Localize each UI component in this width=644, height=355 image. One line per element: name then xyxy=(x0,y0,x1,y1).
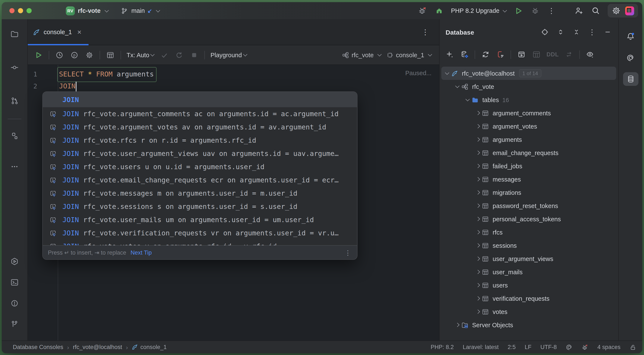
console-settings-gear-icon[interactable] xyxy=(85,50,94,60)
rollback-tx-icon[interactable] xyxy=(174,50,184,60)
tab-options-menu[interactable]: ⋮ xyxy=(421,28,430,36)
no-debug-status-icon[interactable] xyxy=(582,344,588,351)
code-with-me-icon[interactable] xyxy=(574,6,584,15)
notifications-bell-icon[interactable] xyxy=(623,29,638,43)
run-button[interactable] xyxy=(514,6,523,15)
php-version-widget[interactable]: PHP: 8.2 xyxy=(430,344,454,350)
completion-item[interactable]: JOINrfc_vote.email_change_requests ecr o… xyxy=(43,173,357,187)
database-tool-icon[interactable] xyxy=(623,72,638,86)
chevron-right-icon[interactable] xyxy=(474,257,481,260)
commit-tool-icon[interactable] xyxy=(7,61,22,74)
view-options-icon[interactable] xyxy=(585,50,594,59)
compare-icon[interactable] xyxy=(564,50,574,59)
ai-assistant-status-icon[interactable] xyxy=(566,344,572,351)
version-control-tool-icon[interactable] xyxy=(7,94,22,108)
more-tool-windows-icon[interactable] xyxy=(7,160,22,173)
chevron-right-icon[interactable] xyxy=(474,231,481,234)
chevron-down-icon[interactable] xyxy=(444,72,450,75)
breadcrumb[interactable]: console_1 xyxy=(132,344,166,350)
completion-options-menu[interactable]: ⋮ xyxy=(344,249,352,256)
chevron-right-icon[interactable] xyxy=(474,270,481,273)
phpstorm-logo-icon[interactable] xyxy=(625,6,634,15)
zoom-window-button[interactable] xyxy=(26,8,32,13)
breadcrumb[interactable]: Database Consoles xyxy=(13,344,63,350)
completion-item-selected[interactable]: JOIN xyxy=(43,92,357,107)
chevron-right-icon[interactable] xyxy=(474,204,481,207)
completion-item[interactable]: JOINrfc_vote.user_argument_views uav on … xyxy=(43,147,357,160)
minimize-window-button[interactable] xyxy=(18,8,23,13)
completion-item[interactable]: JOINrfc_vote.argument_votes av on argume… xyxy=(43,120,357,134)
collapse-all-icon[interactable] xyxy=(572,27,581,37)
schema-selector[interactable]: rfc_vote xyxy=(342,51,381,58)
project-widget[interactable]: RV rfc-vote xyxy=(66,6,108,15)
ai-assistant-icon[interactable] xyxy=(623,51,638,64)
tree-item-user-argument-views[interactable]: user_argument_views xyxy=(440,252,618,265)
close-tab-icon[interactable]: ✕ xyxy=(77,29,82,35)
close-window-button[interactable] xyxy=(10,8,14,13)
completion-item[interactable]: JOINrfc_vote.votes v on arguments.rfc_id… xyxy=(43,240,357,246)
chevron-right-icon[interactable] xyxy=(474,178,481,181)
tree-item-email-change-requests[interactable]: email_change_requests xyxy=(440,146,618,159)
jump-to-console-icon[interactable] xyxy=(516,50,526,59)
tree-item-arguments[interactable]: arguments xyxy=(440,133,618,146)
encoding-widget[interactable]: UTF-8 xyxy=(540,344,557,350)
session-selector[interactable]: console_1 xyxy=(386,51,432,58)
chevron-right-icon[interactable] xyxy=(474,191,481,194)
panel-options-menu[interactable]: ⋮ xyxy=(588,28,596,36)
debug-button[interactable] xyxy=(530,6,540,15)
locate-icon[interactable] xyxy=(540,27,550,37)
problems-tool-icon[interactable] xyxy=(7,297,22,310)
chevron-right-icon[interactable] xyxy=(474,244,481,247)
chevron-right-icon[interactable] xyxy=(474,111,481,114)
disconnect-icon[interactable] xyxy=(496,50,505,59)
hide-panel-icon[interactable] xyxy=(603,27,612,37)
completion-item[interactable]: JOINrfc_vote.verification_requests vr on… xyxy=(43,226,357,240)
tree-item-password-reset-tokens[interactable]: password_reset_tokens xyxy=(440,199,618,212)
completion-item[interactable]: JOINrfc_vote.sessions s on arguments.use… xyxy=(43,200,357,213)
no-debug-session-icon[interactable] xyxy=(418,6,427,15)
project-tool-icon[interactable] xyxy=(7,27,22,41)
execute-button[interactable] xyxy=(34,50,43,60)
chevron-right-icon[interactable] xyxy=(474,151,481,154)
chevron-right-icon[interactable] xyxy=(474,125,481,128)
tab-console-1[interactable]: console_1 ✕ xyxy=(28,19,88,45)
playground-selector[interactable]: Playground xyxy=(210,51,246,58)
caret-position-widget[interactable]: 2:5 xyxy=(508,344,516,350)
more-actions-menu[interactable]: ⋮ xyxy=(547,7,556,14)
tree-item-users[interactable]: users xyxy=(440,279,618,292)
laravel-version-widget[interactable]: Laravel: latest xyxy=(463,344,498,350)
lock-icon[interactable] xyxy=(630,344,636,351)
tree-item-messages[interactable]: messages xyxy=(440,173,618,186)
tree-item-rfcs[interactable]: rfcs xyxy=(440,226,618,239)
tree-item-argument-votes[interactable]: argument_votes xyxy=(440,120,618,133)
new-datasource-icon[interactable] xyxy=(445,50,454,59)
tree-item-rfc-vote[interactable]: rfc_vote xyxy=(440,80,618,93)
tree-item-server-objects[interactable]: Server Objects xyxy=(440,318,618,332)
next-tip-link[interactable]: Next Tip xyxy=(130,249,152,256)
services-tool-icon[interactable] xyxy=(7,255,22,268)
structure-tool-icon[interactable] xyxy=(7,129,22,143)
tree-item-votes[interactable]: votes xyxy=(440,305,618,318)
breadcrumb[interactable]: rfc_vote@localhost xyxy=(73,344,122,350)
search-everywhere-icon[interactable] xyxy=(591,6,600,15)
completion-item[interactable]: JOINrfc_vote.rfcs r on r.id = arguments.… xyxy=(43,134,357,147)
chevron-down-icon[interactable] xyxy=(464,98,471,101)
run-config-selector[interactable]: PHP 8.2 Upgrade xyxy=(451,7,500,14)
parameters-icon[interactable]: p xyxy=(70,50,79,60)
tree-item-rfc-vote-localhost[interactable]: rfc_vote@localhost1 of 14 xyxy=(440,67,618,80)
stop-button[interactable] xyxy=(190,50,199,60)
chevron-right-icon[interactable] xyxy=(474,164,481,167)
tree-item-verification-requests[interactable]: verification_requests xyxy=(440,292,618,305)
gear-icon[interactable] xyxy=(612,6,621,15)
tree-item-argument-comments[interactable]: argument_comments xyxy=(440,106,618,120)
completion-item[interactable]: JOINrfc_vote.users u on u.id = arguments… xyxy=(43,160,357,173)
line-ending-widget[interactable]: LF xyxy=(525,344,532,350)
git-tool-icon[interactable] xyxy=(7,318,22,331)
datasource-properties-icon[interactable] xyxy=(460,50,469,59)
chevron-down-icon[interactable] xyxy=(454,85,460,88)
completion-item[interactable]: JOINrfc_vote.argument_comments ac on arg… xyxy=(43,107,357,120)
chevron-right-icon[interactable] xyxy=(454,323,460,326)
chevron-right-icon[interactable] xyxy=(474,217,481,220)
in-editor-results-icon[interactable] xyxy=(106,50,115,60)
ddl-button[interactable]: DDL xyxy=(546,51,559,58)
